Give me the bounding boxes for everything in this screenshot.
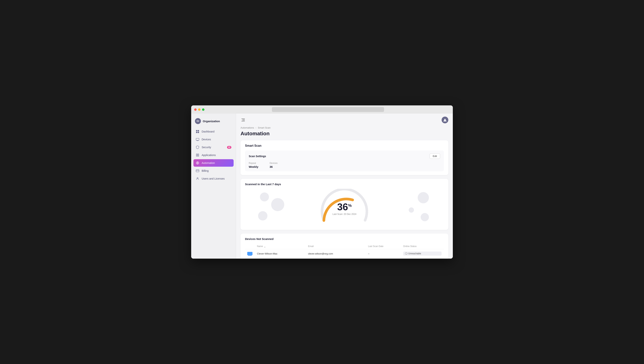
scan-info-row: Repeat Weekly Devices 36 [249, 162, 440, 168]
svg-rect-11 [196, 170, 199, 172]
sidebar-item-users-licenses[interactable]: Users and Licenses [194, 175, 234, 182]
collapse-sidebar-button[interactable] [240, 117, 246, 122]
table-head: Name Email Last Scan Date Online Status [245, 244, 444, 249]
device-status-cell: Unreachable [401, 258, 444, 259]
svg-rect-13 [242, 119, 245, 119]
scanned-card: Scanned in the Last 7 days [240, 179, 448, 230]
breadcrumb-separator: › [256, 126, 256, 129]
cloud-icon [405, 252, 408, 255]
gauge-last-scan-label: Last Scan: 20 Dec 2024 [332, 213, 356, 216]
sidebar-label-billing: Billing [202, 169, 208, 172]
table-header-row: Name Email Last Scan Date Online Status [245, 244, 444, 249]
device-email-cell: happy-neumann@org.com [306, 258, 366, 259]
sidebar: Or Organization Dashboard [191, 114, 236, 258]
svg-rect-3 [198, 132, 199, 133]
dashboard-icon [196, 130, 200, 134]
col-online-status: Online Status [401, 244, 444, 249]
svg-rect-0 [196, 130, 197, 131]
device-status-cell: Unreachable [401, 249, 444, 258]
sidebar-label-devices: Devices [202, 138, 211, 141]
breadcrumb-parent[interactable]: Automations [240, 126, 254, 129]
sidebar-item-devices[interactable]: Devices [194, 136, 234, 143]
sidebar-item-automation[interactable]: Automation [194, 159, 234, 167]
user-avatar[interactable] [442, 116, 448, 123]
app-container: Or Organization Dashboard [191, 114, 453, 258]
name-sort-icon[interactable] [264, 247, 265, 248]
svg-rect-4 [196, 138, 199, 140]
svg-rect-2 [196, 132, 197, 133]
users-icon [196, 177, 200, 180]
gauge-percent: 36% [332, 202, 356, 212]
svg-rect-1 [198, 130, 199, 131]
scan-settings-header: Scan Settings Edit [249, 154, 440, 159]
device-icon-cell [245, 258, 255, 259]
main-content: Automations › Smart Scan Automation Smar… [236, 114, 453, 258]
sidebar-label-automation: Automation [202, 162, 215, 164]
title-bar [191, 106, 453, 114]
col-last-scan: Last Scan Date [366, 244, 401, 249]
device-name-cell: Happy-Neumann-Mac [255, 258, 306, 259]
devices-not-scanned-title: Devices Not Scanned [245, 237, 444, 240]
device-icon-cell [245, 249, 255, 258]
breadcrumb-current: Smart Scan [258, 126, 270, 129]
close-button[interactable] [194, 108, 196, 111]
sidebar-label-dashboard: Dashboard [202, 130, 214, 133]
col-email: Email [306, 244, 366, 249]
col-name: Name [255, 244, 306, 249]
status-badge: Unreachable [403, 252, 442, 256]
deco-circle-2 [271, 198, 284, 211]
edit-button[interactable]: Edit [430, 154, 440, 159]
sidebar-item-security[interactable]: Security 60 [194, 144, 234, 151]
table-row[interactable]: Clever-Wilson-Mac clever.wilson@org.com … [245, 249, 444, 258]
smart-scan-title: Smart Scan [245, 144, 444, 148]
smart-scan-card: Smart Scan Scan Settings Edit Repeat Wee… [240, 140, 448, 175]
devices-table: Name Email Last Scan Date Online Status [245, 244, 444, 258]
devices-value: 36 [270, 165, 278, 168]
maximize-button[interactable] [202, 108, 204, 111]
billing-icon [196, 169, 200, 173]
security-icon [196, 146, 200, 149]
sidebar-item-billing[interactable]: Billing [194, 167, 234, 174]
org-header[interactable]: Or Organization [191, 116, 236, 127]
svg-point-6 [198, 154, 199, 155]
sidebar-nav: Dashboard Devices [191, 127, 236, 256]
org-name: Organization [203, 120, 220, 123]
devices-not-scanned-card: Devices Not Scanned Name [240, 234, 448, 258]
deco-circle-4 [418, 192, 429, 203]
svg-point-5 [196, 154, 197, 155]
page-title: Automation [240, 130, 448, 136]
sidebar-item-applications[interactable]: Applications [194, 151, 234, 159]
content-area: Automations › Smart Scan Automation Smar… [236, 126, 453, 258]
sidebar-label-users-licenses: Users and Licenses [202, 177, 225, 180]
device-last-scan-cell: – [366, 258, 401, 259]
sidebar-label-security: Security [202, 146, 211, 149]
repeat-info: Repeat Weekly [249, 162, 258, 168]
breadcrumb: Automations › Smart Scan [240, 126, 448, 129]
svg-point-8 [198, 155, 199, 156]
deco-circle-1 [260, 192, 269, 202]
deco-circle-5 [409, 208, 414, 213]
top-bar [236, 114, 453, 126]
repeat-value: Weekly [249, 165, 258, 168]
device-email-cell: clever.wilson@org.com [306, 249, 366, 258]
devices-label: Devices [270, 162, 278, 164]
repeat-label: Repeat [249, 162, 258, 164]
automation-icon [196, 161, 200, 165]
deco-circle-3 [258, 211, 268, 220]
address-bar[interactable] [272, 107, 384, 112]
gauge-center: 36% Last Scan: 20 Dec 2024 [332, 202, 356, 216]
deco-circle-6 [421, 213, 429, 221]
org-avatar: Or [195, 118, 201, 124]
security-badge: 60 [227, 146, 231, 149]
sidebar-label-applications: Applications [202, 154, 216, 156]
device-last-scan-cell: – [366, 249, 401, 258]
gauge-wrapper: 36% Last Scan: 20 Dec 2024 [245, 189, 444, 226]
sidebar-item-dashboard[interactable]: Dashboard [194, 128, 234, 135]
applications-icon [196, 153, 200, 157]
svg-point-12 [197, 178, 198, 179]
device-name-cell: Clever-Wilson-Mac [255, 249, 306, 258]
table-body: Clever-Wilson-Mac clever.wilson@org.com … [245, 249, 444, 259]
table-row[interactable]: Happy-Neumann-Mac happy-neumann@org.com … [245, 258, 444, 259]
devices-icon [196, 138, 200, 141]
minimize-button[interactable] [198, 108, 200, 111]
